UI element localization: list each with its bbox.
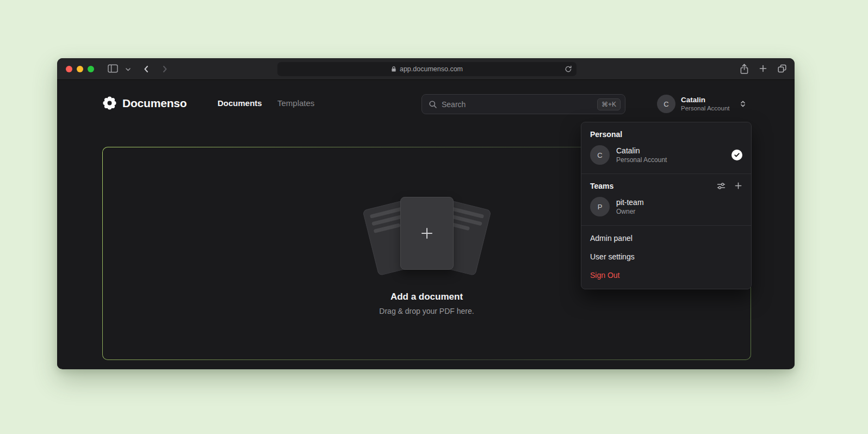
- chevron-up-down-icon: [740, 100, 746, 108]
- lock-icon: [391, 66, 396, 72]
- traffic-lights: [66, 66, 94, 72]
- account-name: Catalin: [681, 96, 730, 104]
- personal-label: Personal: [590, 130, 622, 139]
- team-role: Owner: [616, 208, 644, 215]
- add-team-icon[interactable]: [734, 182, 742, 190]
- titlebar-right-actions: [740, 64, 787, 75]
- menu-section-actions: Admin panel User settings Sign Out: [581, 225, 751, 289]
- account-menu: Personal C Catalin Personal Account: [581, 122, 752, 289]
- documents-illustration: [354, 191, 500, 278]
- dropzone-title: Add a document: [390, 292, 463, 302]
- address-bar[interactable]: app.documenso.com: [277, 62, 576, 76]
- browser-window: app.documenso.com: [57, 58, 795, 369]
- close-button[interactable]: [66, 66, 72, 72]
- url-text: app.documenso.com: [400, 65, 463, 73]
- menu-item-team-pit-team[interactable]: P pit-team Owner: [581, 194, 751, 221]
- reload-icon[interactable]: [565, 65, 572, 73]
- dropzone-subtitle: Drag & drop your PDF here.: [379, 307, 474, 315]
- zoom-button[interactable]: [88, 66, 94, 72]
- menu-item-personal-account[interactable]: C Catalin Personal Account: [581, 142, 751, 169]
- avatar: C: [657, 95, 675, 113]
- account-menu-trigger[interactable]: C Catalin Personal Account: [657, 95, 746, 113]
- tab-overview-icon[interactable]: [777, 64, 787, 75]
- share-icon[interactable]: [740, 64, 749, 75]
- search-shortcut-badge: ⌘+K: [597, 98, 621, 110]
- app-content: Documenso Documents Templates ⌘+K C Cata…: [57, 80, 795, 369]
- menu-item-user-settings[interactable]: User settings: [581, 247, 751, 266]
- document-card-center: [400, 197, 454, 270]
- menu-item-sign-out[interactable]: Sign Out: [581, 266, 751, 284]
- personal-subtitle: Personal Account: [616, 156, 667, 164]
- check-circle-icon: [731, 150, 742, 160]
- personal-name: Catalin: [616, 146, 667, 155]
- brand-name: Documenso: [122, 97, 187, 110]
- back-icon[interactable]: [143, 65, 148, 73]
- teams-label: Teams: [590, 182, 613, 190]
- menu-section-teams: Teams: [581, 173, 751, 225]
- account-subtitle: Personal Account: [681, 104, 730, 112]
- chevron-down-icon[interactable]: [126, 68, 131, 71]
- browser-titlebar: app.documenso.com: [57, 58, 795, 80]
- forward-icon[interactable]: [163, 65, 168, 73]
- menu-item-admin-panel[interactable]: Admin panel: [581, 229, 751, 247]
- search-icon: [429, 100, 437, 109]
- documenso-logo-icon: [102, 96, 117, 110]
- search-input[interactable]: [442, 100, 593, 109]
- manage-teams-icon[interactable]: [717, 182, 726, 190]
- nav-templates[interactable]: Templates: [277, 98, 314, 108]
- avatar: P: [590, 197, 610, 216]
- brand[interactable]: Documenso: [102, 96, 187, 110]
- avatar: C: [590, 145, 610, 165]
- search-box[interactable]: ⌘+K: [421, 94, 625, 114]
- minimize-button[interactable]: [77, 66, 83, 72]
- new-tab-icon[interactable]: [759, 64, 767, 75]
- team-name: pit-team: [616, 198, 644, 207]
- nav-documents[interactable]: Documents: [218, 98, 262, 108]
- menu-section-personal: Personal C Catalin Personal Account: [581, 122, 751, 173]
- sidebar-toggle-icon[interactable]: [108, 64, 118, 73]
- plus-icon: [419, 225, 435, 241]
